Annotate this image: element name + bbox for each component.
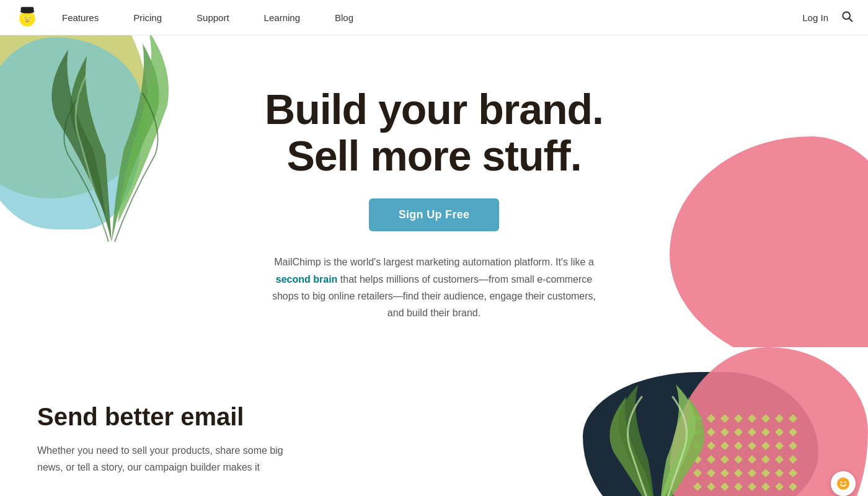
hero-title-line2: Sell more stuff. (265, 133, 603, 179)
palm-leaves-icon (50, 6, 174, 242)
dot (748, 441, 756, 450)
mailchimp-logo[interactable] (15, 5, 40, 30)
svg-point-8 (843, 12, 850, 19)
svg-rect-7 (21, 7, 34, 12)
dot (775, 441, 784, 450)
dot (748, 482, 756, 491)
dot (761, 455, 770, 464)
email-section: Send better email Whether you need to se… (0, 347, 868, 496)
nav-link-features[interactable]: Features (45, 0, 116, 35)
email-section-title: Send better email (37, 403, 397, 431)
nav-link-blog[interactable]: Blog (317, 0, 371, 35)
dot (734, 414, 743, 423)
hero-title-line1: Build your brand. (265, 86, 603, 133)
svg-line-9 (849, 19, 852, 21)
svg-point-3 (25, 17, 26, 19)
svg-point-10 (837, 477, 849, 490)
dot (775, 455, 784, 464)
dot (748, 428, 756, 436)
svg-point-4 (30, 17, 31, 19)
dot (720, 469, 729, 477)
dot (748, 455, 756, 464)
dot (775, 414, 784, 423)
nav-links: Features Pricing Support Learning Blog (45, 0, 371, 35)
hero-title: Build your brand. Sell more stuff. (265, 86, 603, 179)
dot (720, 482, 729, 491)
nav-link-pricing[interactable]: Pricing (116, 0, 179, 35)
dot (761, 441, 770, 450)
blob-pink-right (670, 136, 868, 347)
dot (734, 469, 743, 477)
dot (748, 414, 756, 423)
crisp-logo-button[interactable] (831, 471, 856, 496)
plant-icon (595, 378, 719, 496)
nav-link-support[interactable]: Support (179, 0, 247, 35)
dot (761, 428, 770, 436)
svg-point-11 (841, 482, 843, 484)
nav-left: Features Pricing Support Learning Blog (15, 0, 371, 35)
signup-button[interactable]: Sign Up Free (369, 198, 500, 231)
dot (734, 428, 743, 436)
dot (761, 469, 770, 477)
blob-blue (0, 37, 143, 229)
main-nav: Features Pricing Support Learning Blog L… (0, 0, 868, 35)
svg-point-12 (844, 482, 846, 484)
svg-point-5 (25, 19, 29, 21)
email-section-left: Send better email Whether you need to se… (0, 384, 434, 496)
dot (720, 428, 729, 436)
hero-decoration-right (645, 136, 868, 347)
dot (748, 469, 756, 477)
dot (720, 441, 729, 450)
login-link[interactable]: Log In (802, 12, 828, 23)
second-brain-link[interactable]: second brain (276, 274, 338, 285)
dot (775, 428, 784, 436)
email-section-right (434, 384, 868, 496)
hero-decoration-left (0, 0, 223, 273)
search-icon[interactable] (841, 10, 853, 25)
nav-link-learning[interactable]: Learning (247, 0, 317, 35)
hero-content: Build your brand. Sell more stuff. Sign … (252, 49, 616, 334)
hero-section: Build your brand. Sell more stuff. Sign … (0, 0, 868, 347)
email-section-text: Whether you need to sell your products, … (37, 442, 298, 476)
dot (761, 482, 770, 491)
dot (775, 469, 784, 477)
dot (734, 455, 743, 464)
dot (734, 441, 743, 450)
dot (775, 482, 784, 491)
dot (720, 414, 729, 423)
dot (734, 482, 743, 491)
nav-right: Log In (802, 10, 853, 25)
dot (720, 455, 729, 464)
dot (761, 414, 770, 423)
hero-description: MailChimp is the world's largest marketi… (270, 254, 598, 321)
